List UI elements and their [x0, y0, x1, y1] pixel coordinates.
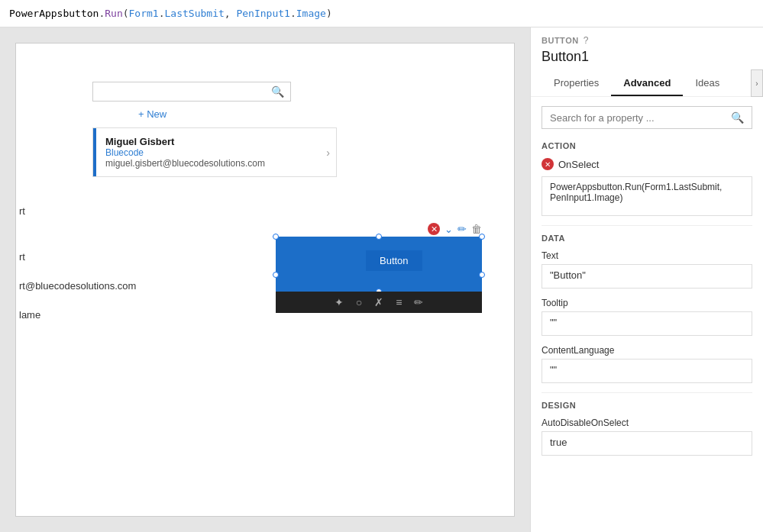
panel-type-row: BUTTON ? [542, 35, 752, 46]
contentlang-property-row: ContentLanguage "" [542, 345, 752, 383]
toolbar-edit-icon[interactable]: ✏ [457, 223, 467, 235]
pen-icon-lines[interactable]: ≡ [396, 296, 402, 308]
tooltip-property-value[interactable]: "" [542, 311, 752, 336]
onselect-value-row: PowerAppsbutton.Run(Form1.LastSubmit, Pe… [542, 176, 752, 216]
text-property-row: Text "Button" [542, 250, 752, 289]
handle-mr[interactable] [479, 272, 485, 278]
main-layout: mi 🔍 + New Miguel Gisbert Bluecode migue… [0, 27, 763, 532]
left-label-3: rt@bluecodesolutions.com [19, 280, 136, 292]
result-name: Miguel Gisbert [105, 136, 311, 147]
canvas-search-bar[interactable]: mi 🔍 [92, 82, 291, 102]
formula-bar: PowerAppsbutton.Run(Form1.LastSubmit, Pe… [0, 0, 763, 27]
text-property-label: Text [542, 250, 752, 261]
tab-ideas[interactable]: Ideas [683, 71, 732, 96]
panel-type-label: BUTTON [542, 36, 579, 45]
action-onselect-row: ✕ OnSelect [542, 158, 752, 170]
pen-icon-star[interactable]: ✦ [335, 296, 344, 308]
button-widget[interactable]: Button [366, 250, 422, 271]
panel-search-input[interactable] [550, 112, 731, 124]
left-label-2: rt [19, 251, 25, 263]
pen-icon-circle[interactable]: ○ [356, 296, 362, 308]
panel-collapse-button[interactable]: › [751, 69, 763, 97]
canvas-blue-area: Button ✦ ○ ✗ ≡ ✏ [276, 237, 482, 313]
left-label-1: rt [19, 205, 25, 217]
handle-tl[interactable] [273, 234, 279, 240]
section-action-title: ACTION [542, 141, 752, 150]
handle-tc[interactable] [376, 234, 382, 240]
tooltip-property-row: Tooltip "" [542, 298, 752, 336]
handle-ml[interactable] [273, 272, 279, 278]
form-card: mi 🔍 + New Miguel Gisbert Bluecode migue… [15, 43, 515, 517]
handle-tr[interactable] [479, 234, 485, 240]
canvas-new-button[interactable]: + New [138, 108, 167, 120]
section-design-title: DESIGN [542, 401, 752, 410]
contentlang-property-value[interactable]: "" [542, 359, 752, 383]
autodisable-property-value[interactable]: true [542, 431, 752, 456]
result-email: miguel.gisbert@bluecodesolutions.com [105, 158, 311, 169]
button-control-wrapper: ✕ ⌄ ✏ 🗑 [276, 223, 482, 313]
onselect-value[interactable]: PowerAppsbutton.Run(Form1.LastSubmit, Pe… [542, 176, 752, 216]
tab-advanced[interactable]: Advanced [611, 71, 683, 96]
panel-help-icon[interactable]: ? [584, 35, 589, 46]
left-label-4: lame [19, 309, 40, 321]
panel-tabs: Properties Advanced Ideas [542, 71, 752, 96]
pen-icon-pencil[interactable]: ✏ [414, 296, 423, 308]
panel-body: 🔍 ACTION ✕ OnSelect PowerAppsbutton.Run(… [531, 97, 763, 532]
divider-1 [542, 225, 752, 226]
result-card-content: Miguel Gisbert Bluecode miguel.gisbert@b… [96, 128, 320, 176]
result-card-arrow: › [320, 140, 336, 165]
toolbar-chevron-icon[interactable]: ⌄ [445, 224, 453, 235]
text-property-value[interactable]: "Button" [542, 264, 752, 289]
panel-header: BUTTON ? Button1 Properties Advanced Ide… [531, 27, 763, 97]
pen-icon-cross[interactable]: ✗ [374, 296, 383, 308]
contentlang-property-label: ContentLanguage [542, 345, 752, 356]
tooltip-property-label: Tooltip [542, 298, 752, 308]
autodisable-property-label: AutoDisableOnSelect [542, 418, 752, 428]
result-card[interactable]: Miguel Gisbert Bluecode miguel.gisbert@b… [92, 127, 337, 177]
right-panel: › BUTTON ? Button1 Properties Advanced I… [530, 27, 763, 532]
onselect-error-icon: ✕ [542, 158, 554, 170]
canvas-search-input[interactable]: mi [99, 86, 271, 98]
panel-property-search[interactable]: 🔍 [542, 106, 752, 129]
button-element[interactable]: Button [366, 250, 422, 271]
panel-title: Button1 [542, 49, 752, 65]
toolbar-close-icon[interactable]: ✕ [428, 223, 440, 235]
divider-2 [542, 392, 752, 393]
formula-text: PowerAppsbutton.Run(Form1.LastSubmit, Pe… [9, 8, 332, 19]
result-company: Bluecode [105, 147, 311, 158]
canvas-area: mi 🔍 + New Miguel Gisbert Bluecode migue… [0, 27, 530, 532]
panel-search-icon: 🔍 [731, 111, 744, 124]
canvas-search-icon[interactable]: 🔍 [271, 85, 284, 98]
section-data-title: DATA [542, 234, 752, 243]
onselect-label: OnSelect [558, 159, 599, 170]
autodisable-property-row: AutoDisableOnSelect true [542, 418, 752, 456]
tab-properties[interactable]: Properties [542, 71, 611, 96]
pen-toolbar: ✦ ○ ✗ ≡ ✏ [276, 292, 482, 313]
